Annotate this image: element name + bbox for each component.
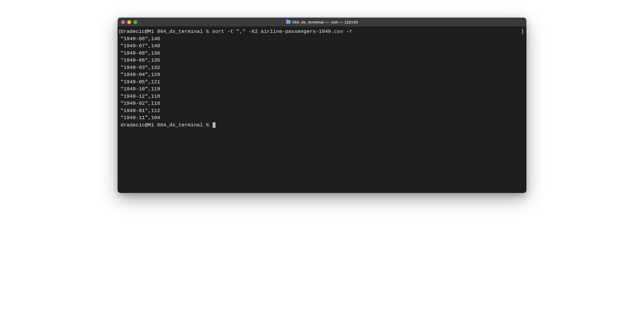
command-line-2: dradecic@M1 064_ds_terminal %: [121, 122, 523, 129]
output-line: "1949-09",136: [121, 50, 523, 57]
output-line: "1949-03",132: [121, 64, 523, 72]
output-line: "1949-02",118: [121, 100, 523, 107]
right-bracket-decor: ]: [521, 28, 524, 35]
terminal-body[interactable]: [ ] dradecic@M1 064_ds_terminal % sort -…: [118, 26, 526, 193]
output-line: "1949-07",148: [121, 43, 523, 50]
close-button[interactable]: [121, 20, 125, 24]
window-title: 064_ds_terminal — -zsh — 122×23: [286, 20, 358, 24]
window-title-text: 064_ds_terminal — -zsh — 122×23: [292, 20, 358, 24]
output-line: "1949-04",129: [121, 71, 523, 79]
traffic-lights: [121, 20, 137, 24]
command-text: sort -t "," -k2 airline-passengers-1949.…: [212, 29, 352, 34]
prompt-text: dradecic@M1 064_ds_terminal %: [121, 29, 212, 34]
command-line-1: dradecic@M1 064_ds_terminal % sort -t ",…: [121, 28, 523, 35]
output-line: "1949-12",118: [121, 93, 523, 100]
minimize-button[interactable]: [127, 20, 131, 24]
output-line: "1949-01",112: [121, 107, 523, 115]
title-bar: 064_ds_terminal — -zsh — 122×23: [118, 18, 526, 26]
folder-icon: [286, 20, 291, 24]
output-line: "1949-05",121: [121, 79, 523, 86]
maximize-button[interactable]: [133, 20, 137, 24]
prompt-text: dradecic@M1 064_ds_terminal %: [121, 122, 212, 129]
output-line: "1949-08",148: [121, 35, 523, 43]
output-line: "1949-11",104: [121, 114, 523, 122]
terminal-window: 064_ds_terminal — -zsh — 122×23 [ ] drad…: [118, 18, 526, 193]
output-line: "1949-10",119: [121, 86, 523, 93]
cursor-icon: [213, 122, 216, 128]
left-bracket-decor: [: [118, 28, 121, 35]
output-block: "1949-08",148"1949-07",148"1949-09",136"…: [121, 35, 523, 122]
output-line: "1949-06",135: [121, 57, 523, 64]
